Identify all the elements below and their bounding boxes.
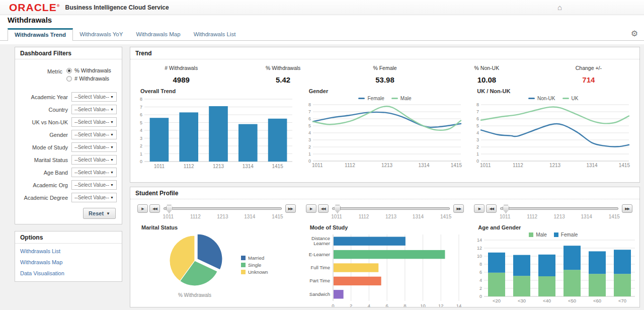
svg-text:6: 6 (479, 270, 482, 275)
uk-nonuk-chart[interactable]: UK / Non-UKNon-UKUK012345678101111121213… (469, 85, 637, 173)
slider-year-label: 1112 (359, 214, 369, 219)
bar-distance-learner[interactable] (334, 237, 406, 245)
select-academic-year[interactable]: --Select Value--▼ (71, 92, 117, 102)
link-withdrawals-list[interactable]: Withdrawals List (15, 245, 122, 256)
bar-part-time[interactable] (334, 277, 381, 285)
reset-button[interactable]: Reset ▼ (83, 208, 116, 219)
radio-withdrawals[interactable] (66, 68, 72, 73)
svg-text:0: 0 (332, 303, 334, 307)
overall-trend-chart[interactable]: Overall Trend012345678101111121213131414… (132, 85, 301, 173)
select-marital-status[interactable]: --Select Value--▼ (71, 155, 117, 165)
select-age-band[interactable]: --Select Value--▼ (71, 168, 117, 177)
slider-play-button[interactable]: ▶ (137, 204, 148, 213)
select-uk-vs-non-uk[interactable]: --Select Value--▼ (71, 117, 117, 127)
svg-text:4: 4 (367, 303, 370, 307)
slider-year-label: 1415 (609, 214, 620, 219)
settings-gear-icon[interactable]: ⚙ (631, 30, 638, 38)
select-value: --Select Value-- (74, 157, 109, 163)
home-icon[interactable]: ⌂ (557, 3, 562, 12)
slider-rewind-button[interactable]: ◀◀ (149, 204, 160, 213)
svg-text:8: 8 (479, 262, 482, 267)
metric-label: Metric (20, 67, 66, 74)
slider-year-label: 1011 (331, 214, 342, 219)
slider-rewind-button[interactable]: ◀◀ (486, 204, 497, 213)
segment-female-40[interactable] (538, 255, 555, 276)
select-gender[interactable]: --Select Value--▼ (71, 130, 117, 139)
filter-row-mode-of-study: Mode of Study--Select Value--▼ (20, 141, 117, 153)
svg-text:<40: <40 (543, 298, 551, 303)
bar-1213[interactable] (209, 106, 228, 162)
select-mode-of-study[interactable]: --Select Value--▼ (71, 142, 117, 152)
legend-item-non-uk: Non-UK (528, 96, 555, 101)
svg-text:1314: 1314 (587, 163, 598, 168)
tab-withdrawals-map[interactable]: Withdrawals Map (129, 28, 187, 40)
segment-male-20[interactable] (488, 273, 505, 296)
segment-male-70[interactable] (614, 274, 631, 296)
filter-row-country: Country--Select Value--▼ (20, 103, 117, 116)
radio-withdrawals[interactable] (66, 76, 72, 82)
legend-label: Female (367, 96, 384, 101)
select-academic-degree[interactable]: --Select Value--▼ (71, 193, 117, 202)
bar-1011[interactable] (150, 118, 169, 162)
svg-text:8: 8 (476, 102, 479, 107)
gender-chart[interactable]: GenderFemaleMale012345678101111121213131… (301, 85, 469, 173)
kpi-label: # Withdrawals (130, 65, 232, 71)
slider-play-button[interactable]: ▶ (474, 204, 485, 213)
link-data-visualisation[interactable]: Data Visualisation (15, 267, 122, 278)
bar-1112[interactable] (179, 112, 198, 162)
mode-of-study-chart[interactable]: Mode of Study02468101214DistanceLearnerE… (305, 224, 465, 307)
segment-male-40[interactable] (538, 276, 555, 296)
bar-1314[interactable] (238, 124, 258, 162)
segment-male-60[interactable] (589, 274, 606, 296)
select-country[interactable]: --Select Value--▼ (71, 105, 117, 114)
bar-1415[interactable] (268, 119, 287, 162)
segment-female-30[interactable] (513, 255, 530, 276)
kpi-female: % Female53.98 (334, 65, 436, 84)
line-series-female[interactable] (313, 112, 461, 127)
segment-female-60[interactable] (589, 251, 606, 274)
bar-e-learner[interactable] (334, 250, 445, 259)
student-profile-title: Student Profile (130, 187, 639, 199)
bar-full-time[interactable] (334, 263, 378, 272)
slider-forward-button[interactable]: ▶▶ (622, 204, 632, 213)
slider-handle[interactable] (503, 205, 509, 213)
slider-track[interactable] (500, 207, 618, 210)
slider-track[interactable] (332, 207, 450, 210)
slider-forward-button[interactable]: ▶▶ (453, 204, 464, 213)
segment-female-20[interactable] (488, 253, 505, 273)
slider-track[interactable] (164, 207, 282, 210)
slider-track-area: 10111112121313141415 (164, 204, 282, 221)
line-series-uk[interactable] (481, 107, 629, 123)
marital-status-chart[interactable]: Marital Status% WithdrawalsMarriedSingle… (136, 224, 297, 298)
select-academic-org[interactable]: --Select Value--▼ (71, 180, 117, 190)
svg-text:3: 3 (476, 137, 479, 142)
link-withdrawals-map[interactable]: Withdrawals Map (15, 256, 122, 267)
kpi-withdrawals: % Withdrawals5.42 (232, 65, 334, 84)
svg-text:1415: 1415 (272, 164, 283, 169)
line-series-non-uk[interactable] (481, 124, 629, 146)
year-slider: ▶◀◀10111112121313141415▶▶ (137, 204, 296, 222)
slider-year-label: 1213 (385, 214, 396, 219)
slider-year-label: 1011 (500, 214, 511, 219)
slider-rewind-button[interactable]: ◀◀ (318, 204, 329, 213)
line-chart-canvas: 01234567810111112121313141415 (472, 102, 634, 169)
slider-handle[interactable] (166, 205, 173, 213)
segment-female-50[interactable] (564, 246, 581, 270)
caret-down-icon: ▼ (110, 133, 114, 136)
select-value: --Select Value-- (74, 144, 109, 150)
segment-male-50[interactable] (564, 270, 581, 296)
select-value: --Select Value-- (74, 132, 109, 137)
slider-forward-button[interactable]: ▶▶ (285, 204, 296, 213)
segment-female-70[interactable] (614, 250, 631, 274)
svg-text:7: 7 (140, 105, 142, 110)
tab-withdrawals-trend[interactable]: Withdrawals Trend (8, 28, 73, 41)
slider-play-button[interactable]: ▶ (306, 204, 316, 213)
tab-withdrawals-yoy[interactable]: Withdrawals YoY (73, 28, 129, 40)
slider-handle[interactable] (334, 205, 341, 213)
slider-year-label: 1213 (554, 214, 565, 219)
segment-male-30[interactable] (513, 276, 530, 296)
kpi-withdrawals: # Withdrawals4989 (130, 65, 232, 84)
age-gender-chart[interactable]: Age and GenderMaleFemale02468101214<20<3… (473, 224, 633, 306)
bar-sandwich[interactable] (334, 290, 344, 298)
tab-withdrawals-list[interactable]: Withdrawals List (187, 28, 243, 40)
